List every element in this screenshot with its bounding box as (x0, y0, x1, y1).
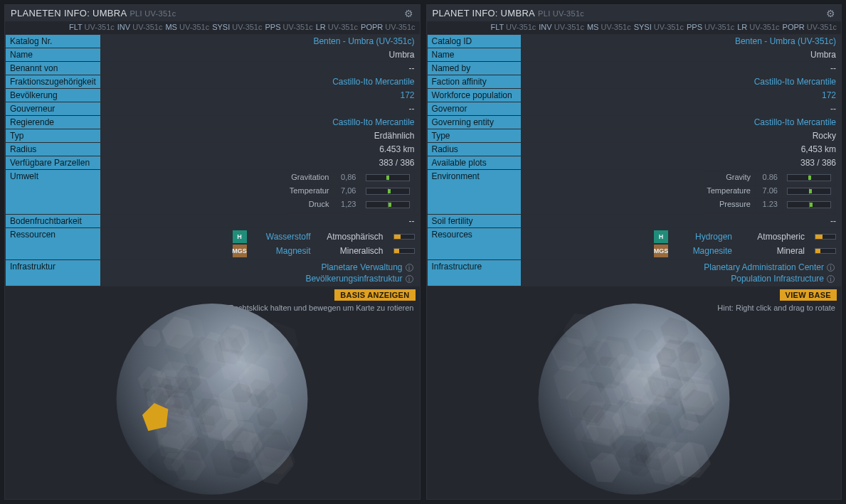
infrastructure-link[interactable]: Planetary Administration Center (704, 262, 824, 272)
infrastructure-item: Population Infrastructurei (526, 273, 837, 284)
info-value: -- (100, 215, 419, 228)
context-command[interactable]: INV UV-351c (117, 23, 163, 31)
env-bar (366, 174, 410, 181)
info-value: 172 (100, 89, 419, 102)
planet-view[interactable]: BASIS ANZEIGENTipp: Rechtsklick halten u… (5, 286, 420, 499)
context-command[interactable]: LR UV-351c (737, 23, 779, 31)
planet-sphere[interactable] (534, 299, 734, 498)
info-value[interactable]: Castillo-Ito Mercantile (521, 75, 841, 89)
info-value: Umbra (100, 48, 419, 62)
info-row: Verfügbare Parzellen383 / 386 (6, 156, 420, 170)
info-value: 6.453 km (100, 143, 419, 156)
info-row: NameUmbra (6, 48, 420, 62)
infrastructure-item: Planetary Administration Centeri (526, 262, 837, 273)
env-bar-marker (388, 203, 391, 207)
context-arg: UV-351c (177, 23, 209, 31)
info-value[interactable]: Castillo-Ito Mercantile (100, 75, 419, 89)
info-row: TypErdähnlich (6, 129, 420, 143)
gear-icon[interactable]: ⚙ (404, 9, 413, 18)
context-command[interactable]: FLT UV-351c (69, 23, 115, 31)
info-label: Soil fertility (427, 215, 521, 228)
context-arg: UV-351c (83, 23, 115, 31)
context-command[interactable]: PPS UV-351c (687, 23, 734, 31)
view-base-button[interactable]: BASIS ANZEIGEN (334, 289, 415, 301)
info-label: Gouverneur (6, 102, 101, 116)
info-label: Infrastructure (427, 260, 521, 286)
infrastructure-link[interactable]: Population Infrastructure (731, 274, 824, 284)
resource-type: Atmospheric (739, 232, 805, 242)
info-label: Katalog Nr. (6, 35, 101, 48)
infrastructure-item: Planetare Verwaltungi (105, 262, 415, 273)
infrastructure-link[interactable]: Planetare Verwaltung (321, 262, 402, 272)
info-row: NameUmbra (427, 48, 841, 62)
info-icon[interactable]: i (827, 264, 835, 272)
info-row: Soil fertility-- (427, 215, 841, 228)
resource-badge: H (233, 230, 247, 243)
info-value: HHydrogenAtmosphericMGSMagnesiteMineral (521, 228, 841, 260)
resource-name[interactable]: Magnesite (675, 246, 732, 256)
info-value[interactable]: Castillo-Ito Mercantile (100, 116, 419, 129)
context-command[interactable]: POPR UV-351c (361, 23, 415, 31)
resource-row: MGSMagnesiteMineral (526, 244, 837, 258)
info-value: -- (521, 62, 841, 75)
info-row: ResourcesHHydrogenAtmosphericMGSMagnesit… (427, 228, 841, 260)
info-value[interactable]: Castillo-Ito Mercantile (521, 116, 841, 129)
env-value: 1.23 (756, 199, 783, 213)
info-value: Gravitation0,86Temperatur7,06Druck1,23 (100, 170, 419, 215)
info-value[interactable]: Benten - Umbra (UV-351c) (100, 35, 419, 48)
resource-name[interactable]: Hydrogen (675, 232, 732, 242)
context-command[interactable]: LR UV-351c (316, 23, 358, 31)
resource-name[interactable]: Wasserstoff (254, 232, 311, 242)
env-bar (787, 188, 831, 195)
info-icon[interactable]: i (827, 275, 835, 283)
info-label: Radius (427, 143, 521, 156)
context-command[interactable]: INV UV-351c (539, 23, 584, 31)
context-cmd: LR (737, 23, 747, 31)
info-value: 383 / 386 (100, 156, 419, 170)
info-row: Radius6.453 km (6, 143, 420, 156)
env-bar (787, 174, 831, 181)
resource-name[interactable]: Magnesit (254, 246, 311, 256)
info-row: InfrastructurePlanetary Administration C… (427, 260, 841, 286)
view-base-button[interactable]: VIEW BASE (780, 289, 837, 301)
planet-view[interactable]: VIEW BASEHint: Right click and drag to r… (427, 286, 842, 499)
gear-icon[interactable]: ⚙ (826, 9, 835, 18)
panel-titlebar[interactable]: PLANETEN INFO: UMBRAPLI UV-351c⚙ (5, 5, 420, 21)
info-row: Radius6,453 km (427, 143, 841, 156)
resources-box: HWasserstoffAtmosphärischMGSMagnesitMine… (105, 230, 415, 258)
panel-titlebar[interactable]: PLANET INFO: UMBRAPLI UV-351c⚙ (427, 5, 842, 21)
info-icon[interactable]: i (406, 264, 413, 272)
planet-sphere[interactable] (112, 299, 312, 498)
info-row: Governor-- (427, 102, 841, 116)
info-label: Radius (6, 143, 101, 156)
context-command[interactable]: SYSI UV-351c (634, 23, 684, 31)
infrastructure-box: Planetare VerwaltungiBevölkerungsinfrast… (105, 262, 415, 284)
info-row: UmweltGravitation0,86Temperatur7,06Druck… (6, 170, 420, 215)
planet-info-table: Catalog IDBenten - Umbra (UV-351c)NameUm… (427, 34, 842, 286)
infrastructure-link[interactable]: Bevölkerungsinfrastruktur (305, 274, 402, 284)
env-row: Pressure1.23 (702, 199, 836, 213)
context-command[interactable]: MS UV-351c (165, 23, 209, 31)
info-label: Faction affinity (427, 75, 521, 89)
context-arg: UV-351c (281, 23, 313, 31)
info-label: Fraktionszugehörigkeit (6, 75, 101, 89)
context-command[interactable]: FLT UV-351c (491, 23, 536, 31)
planet-info-panel: PLANETEN INFO: UMBRAPLI UV-351c⚙FLT UV-3… (4, 4, 421, 500)
info-row: Catalog IDBenten - Umbra (UV-351c) (427, 35, 841, 48)
context-cmd: INV (117, 23, 130, 31)
context-cmd: PPS (265, 23, 280, 31)
context-commands: FLT UV-351cINV UV-351cMS UV-351cSYSI UV-… (427, 21, 842, 34)
context-command[interactable]: SYSI UV-351c (212, 23, 262, 31)
planet-info-panel: PLANET INFO: UMBRAPLI UV-351c⚙FLT UV-351… (426, 4, 842, 500)
env-bar-marker (808, 176, 811, 180)
context-command[interactable]: MS UV-351c (587, 23, 631, 31)
context-command[interactable]: PPS UV-351c (265, 23, 312, 31)
info-row: TypeRocky (427, 129, 841, 143)
info-label: Governing entity (427, 116, 521, 129)
context-cmd: POPR (783, 23, 805, 31)
info-value[interactable]: Benten - Umbra (UV-351c) (521, 35, 841, 48)
info-icon[interactable]: i (406, 275, 413, 283)
context-arg: UV-351c (747, 23, 779, 31)
info-label: Named by (427, 62, 521, 75)
context-command[interactable]: POPR UV-351c (783, 23, 837, 31)
